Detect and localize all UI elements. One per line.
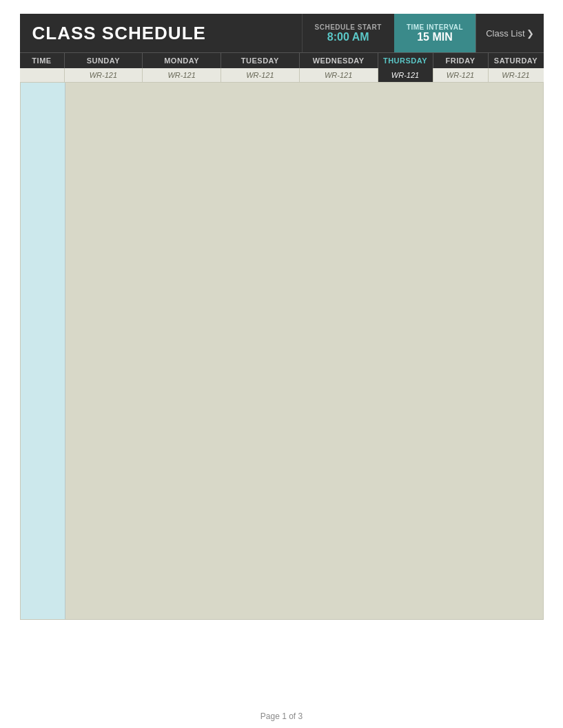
room-time-cell (20, 68, 65, 82)
chevron-right-icon: ❯ (526, 28, 534, 39)
col-header-time: TIME (20, 53, 65, 68)
room-wednesday: WR-121 (300, 68, 378, 82)
room-friday: WR-121 (433, 68, 489, 82)
room-monday: WR-121 (143, 68, 221, 82)
col-header-sunday: SUNDAY (65, 53, 143, 68)
col-header-tuesday: TUESDAY (221, 53, 300, 68)
col-header-saturday: SATURDAY (489, 53, 544, 68)
column-headers: TIME SUNDAY MONDAY TUESDAY WEDNESDAY THU… (20, 52, 544, 68)
page-footer: Page 1 of 3 (0, 698, 563, 728)
app-title-section: CLASS SCHEDULE (20, 14, 218, 52)
room-tuesday: WR-121 (221, 68, 300, 82)
class-list-button[interactable]: Class List ❯ (475, 14, 543, 52)
schedule-body (20, 83, 544, 620)
schedule-start-section: SCHEDULE START 8:00 AM (302, 14, 394, 52)
room-row: WR-121 WR-121 WR-121 WR-121 WR-121 WR-12… (20, 68, 544, 83)
col-header-wednesday: WEDNESDAY (300, 53, 378, 68)
room-thursday: WR-121 (378, 68, 433, 82)
schedule-header: CLASS SCHEDULE SCHEDULE START 8:00 AM TI… (20, 14, 544, 52)
schedule-start-value: 8:00 AM (327, 31, 369, 43)
time-interval-value: 15 MIN (417, 31, 453, 43)
app-title: CLASS SCHEDULE (32, 23, 206, 44)
time-interval-section: TIME INTERVAL 15 MIN (394, 14, 475, 52)
col-header-thursday: THURSDAY (378, 53, 433, 68)
col-header-monday: MONDAY (143, 53, 221, 68)
days-area (65, 83, 543, 619)
class-list-label: Class List (486, 28, 524, 39)
col-header-friday: FRIDAY (433, 53, 489, 68)
time-interval-label: TIME INTERVAL (407, 23, 463, 31)
page-info: Page 1 of 3 (260, 711, 303, 721)
room-sunday: WR-121 (65, 68, 143, 82)
room-saturday: WR-121 (489, 68, 544, 82)
time-column (21, 83, 65, 619)
schedule-start-label: SCHEDULE START (315, 23, 382, 31)
